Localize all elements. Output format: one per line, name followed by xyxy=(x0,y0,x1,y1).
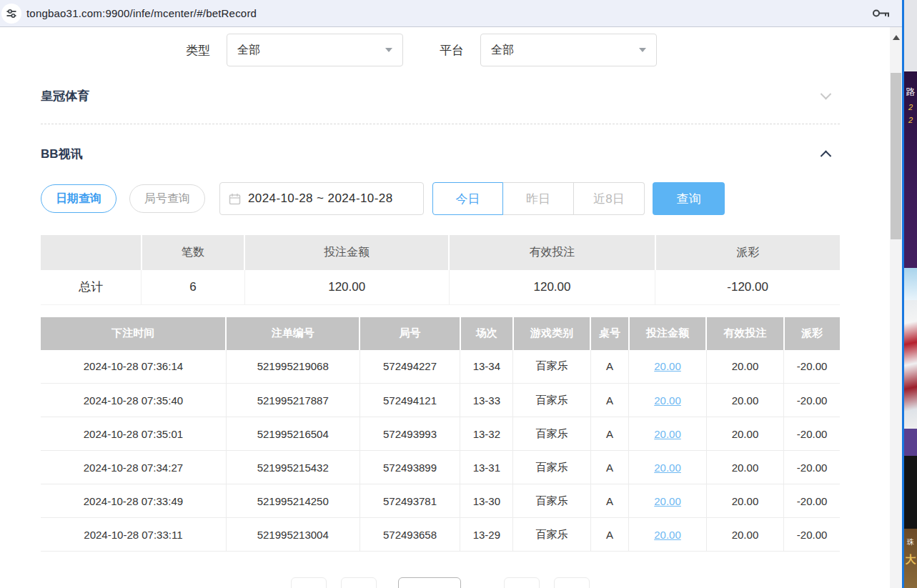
cell-bet-time: 2024-10-28 07:33:49 xyxy=(41,484,226,518)
cell-order-number: 521995217887 xyxy=(226,384,360,417)
filter-row: 类型 全部 平台 全部 xyxy=(41,34,840,66)
section-crown-sports[interactable]: 皇冠体育 xyxy=(41,88,840,104)
cell-payout: -20.00 xyxy=(784,484,840,518)
col-header-bet-amount: 投注金额 xyxy=(629,317,706,350)
bet-amount-link[interactable]: 20.00 xyxy=(654,394,681,407)
last-8-days-button[interactable]: 近8日 xyxy=(574,182,645,215)
bet-amount-link[interactable]: 20.00 xyxy=(654,462,681,474)
cell-round-number: 572494227 xyxy=(360,350,460,384)
prev-page-button[interactable]: ‹ xyxy=(341,577,377,588)
cell-session: 13-30 xyxy=(460,484,513,518)
bet-amount-link[interactable]: 20.00 xyxy=(654,529,681,541)
section-divider xyxy=(41,124,840,124)
key-icon xyxy=(872,7,891,19)
cell-bet-amount: 20.00 xyxy=(629,484,706,518)
bb-video-title: BB视讯 xyxy=(41,146,83,162)
quick-range-group: 今日 昨日 近8日 xyxy=(432,182,645,215)
cell-order-number: 521995215432 xyxy=(226,451,360,484)
tune-icon xyxy=(6,8,17,19)
address-url[interactable]: tongbao31.com:9900/infe/mcenter/#/betRec… xyxy=(26,7,257,19)
bet-amount-link[interactable]: 20.00 xyxy=(654,428,681,440)
date-query-tab[interactable]: 日期查询 xyxy=(41,184,117,213)
strip-red-white-segment xyxy=(904,300,917,429)
summary-total-payout: -120.00 xyxy=(655,270,840,304)
cell-payout: -20.00 xyxy=(784,451,840,484)
cell-payout: -20.00 xyxy=(784,417,840,451)
cell-session: 13-29 xyxy=(460,518,513,552)
table-row: 2024-10-28 07:36:14 521995219068 5724942… xyxy=(41,350,840,384)
arrow-up-icon[interactable] xyxy=(893,35,900,40)
table-row: 2024-10-28 07:35:40 521995217887 5724941… xyxy=(41,384,840,417)
password-key-button[interactable] xyxy=(872,7,891,22)
page-number-input[interactable] xyxy=(398,577,461,588)
summary-header-valid-bet: 有效投注 xyxy=(449,235,655,270)
date-range-picker[interactable]: 2024-10-28 ~ 2024-10-28 xyxy=(219,182,424,215)
cell-bet-amount: 20.00 xyxy=(629,417,706,451)
col-header-round-number: 局号 xyxy=(360,317,460,350)
cell-order-number: 521995214250 xyxy=(226,484,360,518)
cell-session: 13-34 xyxy=(460,350,513,384)
round-query-tab[interactable]: 局号查询 xyxy=(129,184,205,213)
search-button[interactable]: 查询 xyxy=(653,182,725,215)
cell-game-type: 百家乐 xyxy=(513,484,590,518)
type-filter-label: 类型 xyxy=(186,42,210,59)
caret-down-icon xyxy=(385,48,392,52)
browser-address-bar: tongbao31.com:9900/infe/mcenter/#/betRec… xyxy=(0,0,902,27)
section-bb-video[interactable]: BB视讯 xyxy=(41,146,840,162)
strip-purple-segment xyxy=(904,429,917,456)
background-page-strip: 路 2 2 珠 大 xyxy=(904,0,917,588)
next-page-button[interactable]: › xyxy=(504,577,540,588)
cell-payout: -20.00 xyxy=(784,518,840,552)
page-total-label: /1 xyxy=(465,586,487,588)
yesterday-button[interactable]: 昨日 xyxy=(503,182,574,215)
summary-header-count: 笔数 xyxy=(142,235,244,270)
col-header-bet-time: 下注时间 xyxy=(41,317,226,350)
col-header-valid-bet: 有效投注 xyxy=(706,317,783,350)
cell-valid-bet: 20.00 xyxy=(706,417,783,451)
cell-order-number: 521995213004 xyxy=(226,518,360,552)
strip-gold-segment: 珠 大 xyxy=(904,529,917,588)
col-header-payout: 派彩 xyxy=(784,317,840,350)
summary-total-bet-amount: 120.00 xyxy=(244,270,449,304)
cell-table-number: A xyxy=(590,417,629,451)
cell-game-type: 百家乐 xyxy=(513,451,590,484)
cell-session: 13-33 xyxy=(460,384,513,417)
cell-round-number: 572494121 xyxy=(360,384,460,417)
cell-bet-amount: 20.00 xyxy=(629,451,706,484)
cell-valid-bet: 20.00 xyxy=(706,451,783,484)
calendar-icon xyxy=(229,193,241,205)
scrollbar-thumb[interactable] xyxy=(891,73,901,239)
site-settings-chip[interactable] xyxy=(1,4,21,24)
cell-round-number: 572493658 xyxy=(360,518,460,552)
summary-total-row: 总计 6 120.00 120.00 -120.00 xyxy=(41,270,840,304)
chevron-up-icon[interactable] xyxy=(821,151,832,162)
first-page-button[interactable]: « xyxy=(291,577,327,588)
col-header-game-type: 游戏类别 xyxy=(513,317,590,350)
cell-valid-bet: 20.00 xyxy=(706,350,783,384)
bet-amount-link[interactable]: 20.00 xyxy=(654,495,681,507)
cell-game-type: 百家乐 xyxy=(513,350,590,384)
platform-select[interactable]: 全部 xyxy=(480,34,657,66)
bet-amount-link[interactable]: 20.00 xyxy=(654,360,681,372)
cell-round-number: 572493899 xyxy=(360,451,460,484)
strip-blue-segment xyxy=(904,268,917,300)
summary-header-row: 笔数 投注金额 有效投注 派彩 xyxy=(41,235,840,270)
cell-bet-time: 2024-10-28 07:34:27 xyxy=(41,451,226,484)
cell-table-number: A xyxy=(590,484,629,518)
cell-round-number: 572493993 xyxy=(360,417,460,451)
type-select[interactable]: 全部 xyxy=(227,34,403,66)
chevron-down-icon[interactable] xyxy=(821,89,832,100)
today-button[interactable]: 今日 xyxy=(432,182,503,215)
date-range-value: 2024-10-28 ~ 2024-10-28 xyxy=(248,191,393,206)
cell-payout: -20.00 xyxy=(784,350,840,384)
cell-bet-time: 2024-10-28 07:35:01 xyxy=(41,417,226,451)
cell-bet-amount: 20.00 xyxy=(629,384,706,417)
last-page-button[interactable]: » xyxy=(554,577,590,588)
table-row: 2024-10-28 07:33:49 521995214250 5724937… xyxy=(41,484,840,518)
summary-total-count: 6 xyxy=(142,270,244,304)
platform-select-value: 全部 xyxy=(491,43,514,58)
vertical-scrollbar[interactable] xyxy=(890,27,902,588)
summary-total-valid-bet: 120.00 xyxy=(449,270,655,304)
cell-bet-amount: 20.00 xyxy=(629,350,706,384)
strip-char-bottom: 大 xyxy=(904,553,917,567)
